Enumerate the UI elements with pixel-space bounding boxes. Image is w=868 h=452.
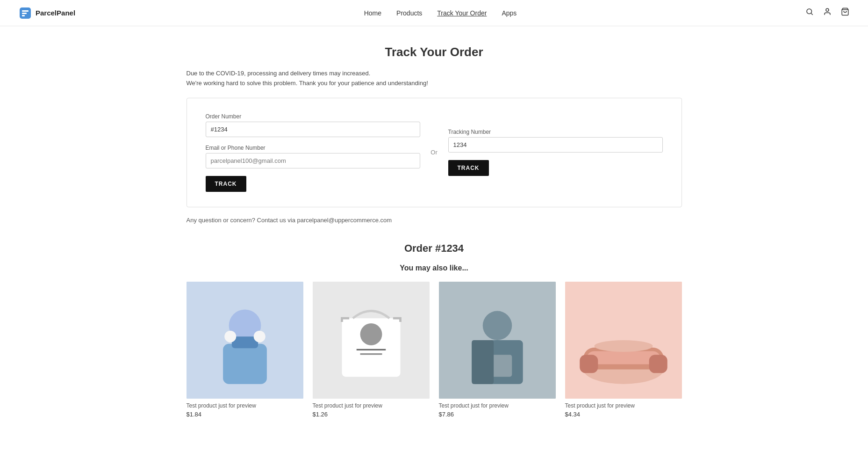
svg-rect-1 <box>22 10 29 12</box>
product-image <box>565 282 682 399</box>
order-number-label: Order Number <box>206 113 420 120</box>
product-card[interactable]: Test product just for preview $1.84 <box>187 282 303 418</box>
svg-point-12 <box>224 330 236 342</box>
nav-icons <box>805 7 849 18</box>
track-button-left[interactable]: TRACK <box>206 176 246 192</box>
product-card[interactable]: Test product just for preview $7.86 <box>439 282 556 418</box>
track-button-right[interactable]: TRACK <box>448 160 489 176</box>
email-input[interactable] <box>206 153 420 168</box>
timeline-step-order-ready: Order Ready Nov 11th <box>369 451 406 452</box>
timeline-container: Ordered Oct 30th In Process Oct 31st Ord… <box>187 437 682 452</box>
product-label: Test product just for preview <box>313 402 430 409</box>
order-ready-icon <box>379 451 396 452</box>
svg-rect-23 <box>472 340 494 384</box>
delivered-icon <box>654 451 671 452</box>
form-left: Order Number Email or Phone Number TRACK <box>206 113 420 192</box>
email-phone-field: Email or Phone Number <box>206 145 420 168</box>
contact-line: Any question or concern? Contact us via … <box>187 217 682 224</box>
product-price: $4.34 <box>565 411 682 418</box>
brand-logo[interactable]: ParcelPanel <box>19 7 75 20</box>
svg-rect-3 <box>22 15 25 16</box>
product-price: $1.84 <box>187 411 303 418</box>
svg-rect-18 <box>360 353 382 355</box>
nav-products[interactable]: Products <box>396 9 422 17</box>
product-card[interactable]: Test product just for preview $1.26 <box>313 282 430 418</box>
product-card[interactable]: Test product just for preview $4.34 <box>565 282 682 418</box>
svg-point-30 <box>594 340 653 352</box>
in-transit-icon <box>471 451 488 452</box>
timeline-step-delivered: Delivered <box>644 451 681 452</box>
nav-links: Home Products Track Your Order Apps <box>364 9 517 17</box>
svg-line-5 <box>811 13 812 15</box>
nav-apps[interactable]: Apps <box>502 9 516 17</box>
main-content: Track Your Order Due to the COVID-19, pr… <box>177 26 691 452</box>
page-title: Track Your Order <box>187 45 682 59</box>
cart-icon[interactable] <box>841 7 849 18</box>
products-grid: Test product just for preview $1.84 Test… <box>187 282 682 418</box>
svg-point-4 <box>807 9 812 14</box>
product-price: $1.26 <box>313 411 430 418</box>
notice-line1: Due to the COVID-19, processing and deli… <box>187 69 682 79</box>
product-img-placeholder <box>565 282 682 399</box>
timeline-track: Ordered Oct 30th In Process Oct 31st Ord… <box>187 441 682 452</box>
svg-point-6 <box>826 8 829 11</box>
order-number-input[interactable] <box>206 122 420 137</box>
svg-rect-17 <box>356 349 386 350</box>
product-label: Test product just for preview <box>439 402 556 409</box>
brand-name: ParcelPanel <box>36 9 75 17</box>
product-price: $7.86 <box>439 411 556 418</box>
svg-rect-10 <box>223 343 267 384</box>
email-label: Email or Phone Number <box>206 145 420 151</box>
form-divider: Or <box>420 149 448 156</box>
svg-point-13 <box>253 330 265 342</box>
svg-point-16 <box>360 323 382 345</box>
form-right: Tracking Number TRACK <box>448 129 663 176</box>
search-icon[interactable] <box>805 7 814 18</box>
nav-track-order[interactable]: Track Your Order <box>437 9 487 17</box>
timeline-step-out-for-delivery: Out for Delivery <box>552 451 590 452</box>
product-img-placeholder <box>187 282 303 399</box>
navbar: ParcelPanel Home Products Track Your Ord… <box>0 0 868 26</box>
in-process-icon <box>288 451 305 452</box>
timeline-step-in-transit: In Transit Nov 12th <box>460 451 498 452</box>
covid-notice: Due to the COVID-19, processing and deli… <box>187 69 682 88</box>
nav-home[interactable]: Home <box>364 9 381 17</box>
account-icon[interactable] <box>823 7 832 18</box>
product-label: Test product just for preview <box>187 402 303 409</box>
order-number-field: Order Number <box>206 113 420 137</box>
timeline-step-ordered: Ordered Oct 30th <box>187 451 224 452</box>
tracking-number-field: Tracking Number <box>448 129 663 153</box>
tracking-form-box: Order Number Email or Phone Number TRACK… <box>187 98 682 207</box>
svg-rect-2 <box>22 13 27 14</box>
product-image <box>313 282 430 399</box>
ordered-icon <box>197 451 214 452</box>
logo-icon <box>19 7 32 20</box>
out-for-delivery-icon <box>563 451 580 452</box>
order-heading: Order #1234 <box>187 242 682 255</box>
product-img-placeholder <box>439 282 556 399</box>
may-also-heading: You may also like... <box>187 264 682 272</box>
svg-rect-28 <box>580 355 598 373</box>
product-image <box>187 282 303 399</box>
timeline-step-in-process: In Process Oct 31st <box>278 451 315 452</box>
product-img-placeholder <box>313 282 430 399</box>
tracking-number-label: Tracking Number <box>448 129 663 135</box>
svg-point-20 <box>482 311 512 340</box>
notice-line2: We're working hard to solve this problem… <box>187 79 682 88</box>
product-label: Test product just for preview <box>565 402 682 409</box>
svg-rect-29 <box>649 355 667 373</box>
product-image <box>439 282 556 399</box>
tracking-number-input[interactable] <box>448 137 663 153</box>
